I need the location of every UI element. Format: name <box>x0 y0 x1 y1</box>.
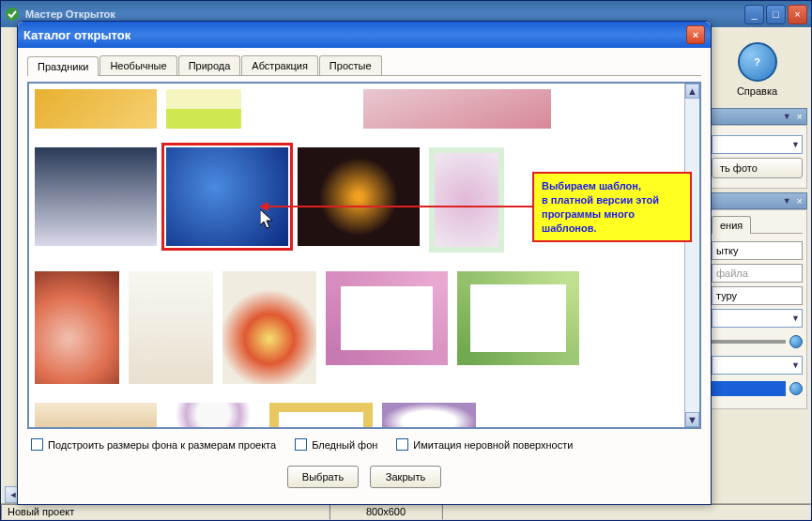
checkbox-fit-bg[interactable]: Подстроить размеры фона к размерам проек… <box>31 438 276 451</box>
template-thumb[interactable] <box>363 89 551 129</box>
gallery-scrollbar[interactable]: ▲ ▼ <box>684 84 699 427</box>
minimize-button[interactable]: _ <box>744 5 764 24</box>
template-thumb[interactable] <box>35 89 157 129</box>
template-thumb[interactable] <box>222 271 316 384</box>
checkbox-icon <box>295 438 307 451</box>
tab-cropped[interactable]: ения <box>712 216 751 234</box>
template-thumb[interactable] <box>35 403 157 429</box>
template-thumb[interactable] <box>298 147 420 246</box>
template-thumb[interactable] <box>269 403 373 429</box>
close-button[interactable]: × <box>788 5 807 24</box>
scroll-up-button[interactable]: ▲ <box>685 84 699 99</box>
panel-header-2: ▼ × <box>707 192 807 209</box>
slider-knob-icon <box>789 335 803 348</box>
status-bar: Новый проект 800x600 <box>1 503 811 520</box>
template-thumb[interactable] <box>166 89 241 129</box>
main-title: Мастер Открыток <box>25 8 744 20</box>
scroll-down-button[interactable]: ▼ <box>685 412 699 427</box>
help-icon: ? <box>738 42 777 82</box>
dialog-button-row: Выбрать Закрыть <box>27 460 701 494</box>
template-thumb[interactable] <box>35 271 119 384</box>
template-thumb[interactable] <box>457 271 579 365</box>
options-row: Подстроить размеры фона к размерам проек… <box>27 429 701 460</box>
template-thumb-selected[interactable] <box>166 147 288 246</box>
chevron-down-icon: ▼ <box>791 140 800 149</box>
template-thumb[interactable] <box>129 271 213 384</box>
checkbox-icon <box>396 438 408 451</box>
dropdown-3-cropped[interactable]: ▼ <box>712 356 803 375</box>
template-gallery: ▲ ▼ <box>27 82 701 429</box>
dialog-title: Каталог открыток <box>23 28 686 42</box>
chevron-down-icon[interactable]: ▼ <box>783 196 791 206</box>
status-dimensions: 800x600 <box>329 504 442 520</box>
close-icon: × <box>693 29 698 40</box>
dialog-close-button[interactable]: × <box>686 25 705 44</box>
chevron-down-icon: ▼ <box>687 414 697 425</box>
template-thumb[interactable] <box>35 147 157 246</box>
dialog-titlebar[interactable]: Каталог открыток × <box>18 22 711 48</box>
checkbox-icon <box>31 438 43 451</box>
maximize-icon: □ <box>773 8 779 20</box>
input-2-cropped[interactable]: файла <box>712 264 803 283</box>
template-thumb[interactable] <box>429 147 504 253</box>
tab-bar: Праздники Необычные Природа Абстракция П… <box>27 55 701 76</box>
slider-2[interactable] <box>712 378 803 399</box>
minimize-icon: _ <box>751 8 757 20</box>
slider-1[interactable] <box>712 331 803 352</box>
chevron-down-icon[interactable]: ▼ <box>783 112 791 121</box>
dropdown-2-cropped[interactable]: ▼ <box>712 309 803 328</box>
template-thumb[interactable] <box>326 271 448 365</box>
select-button[interactable]: Выбрать <box>287 466 359 488</box>
svg-point-0 <box>6 8 19 21</box>
app-icon <box>5 7 20 22</box>
panel-body-2: ения ытку файла туру ▼ ▼ <box>707 209 807 409</box>
chevron-down-icon: ▼ <box>791 360 800 370</box>
status-project: Новый проект <box>1 504 329 520</box>
chevron-up-icon: ▲ <box>687 85 697 97</box>
dropdown-cropped[interactable]: ▼ <box>712 135 803 154</box>
chevron-down-icon: ▼ <box>791 314 800 323</box>
annotation-arrow <box>262 206 534 207</box>
slider-knob-icon <box>789 382 803 395</box>
input-1-cropped[interactable]: ытку <box>712 241 803 260</box>
tab-holidays[interactable]: Праздники <box>27 56 99 76</box>
help-button[interactable]: ? Справка <box>707 35 807 104</box>
panel-close-icon[interactable]: × <box>797 111 803 122</box>
tab-abstract[interactable]: Абстракция <box>241 55 318 75</box>
checkbox-rough-surface[interactable]: Имитация неровной поверхности <box>396 438 573 451</box>
checkbox-pale-bg[interactable]: Бледный фон <box>295 438 377 451</box>
panel-close-icon[interactable]: × <box>797 195 803 207</box>
close-button[interactable]: Закрыть <box>370 466 441 488</box>
help-label: Справка <box>707 85 807 97</box>
panel-header-1: ▼ × <box>707 108 807 125</box>
annotation-callout: Выбираем шаблон, в платной версии этой п… <box>532 172 692 242</box>
status-empty <box>442 504 811 520</box>
tab-nature[interactable]: Природа <box>178 55 241 75</box>
close-icon: × <box>794 8 800 20</box>
input-3-cropped[interactable]: туру <box>712 286 803 305</box>
tab-unusual[interactable]: Необычные <box>100 55 176 75</box>
template-thumb[interactable] <box>166 403 260 429</box>
template-thumb[interactable] <box>382 403 476 429</box>
maximize-button[interactable]: □ <box>766 5 786 24</box>
panel-body-1: ▼ ть фото <box>707 125 807 189</box>
photo-button-cropped[interactable]: ть фото <box>712 158 803 178</box>
right-side-panel: ? Справка ▼ × ▼ ть фото ▼ × ения ытку фа… <box>703 27 811 503</box>
tab-simple[interactable]: Простые <box>319 55 382 75</box>
catalog-dialog: Каталог открыток × Праздники Необычные П… <box>17 21 712 505</box>
